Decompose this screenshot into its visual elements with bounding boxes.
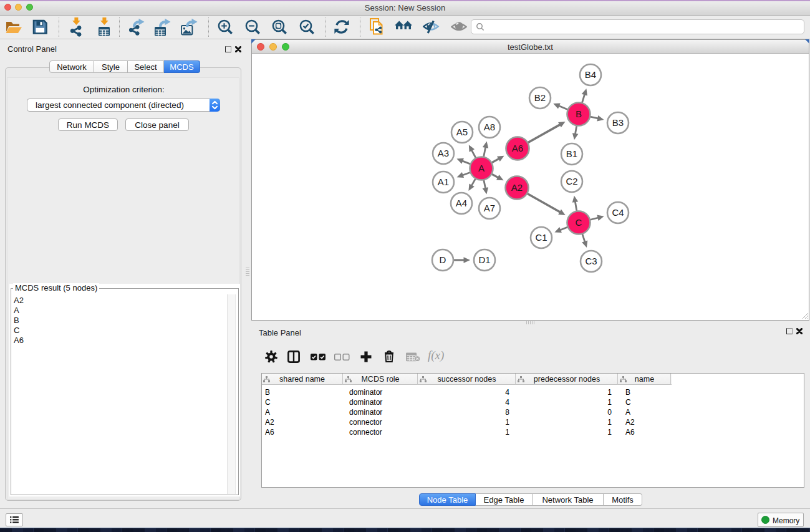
svg-text:C1: C1 bbox=[535, 232, 547, 243]
svg-text:C2: C2 bbox=[566, 176, 577, 186]
svg-text:B1: B1 bbox=[566, 148, 577, 159]
svg-text:C: C bbox=[576, 217, 582, 228]
svg-text:C4: C4 bbox=[612, 207, 624, 218]
svg-text:C3: C3 bbox=[585, 256, 597, 266]
svg-text:A1: A1 bbox=[438, 177, 449, 187]
svg-text:A2: A2 bbox=[511, 182, 523, 193]
svg-text:D: D bbox=[440, 254, 446, 265]
svg-text:A4: A4 bbox=[456, 198, 467, 208]
svg-text:B2: B2 bbox=[534, 92, 546, 103]
svg-text:A8: A8 bbox=[484, 122, 495, 132]
svg-text:A3: A3 bbox=[438, 148, 449, 158]
svg-text:A: A bbox=[478, 163, 485, 173]
svg-text:B4: B4 bbox=[585, 69, 596, 80]
svg-text:A6: A6 bbox=[512, 143, 523, 153]
svg-text:A5: A5 bbox=[456, 127, 468, 137]
svg-text:D1: D1 bbox=[478, 254, 490, 265]
svg-text:B: B bbox=[576, 109, 582, 119]
svg-text:B3: B3 bbox=[612, 117, 624, 128]
svg-text:A7: A7 bbox=[484, 203, 495, 213]
